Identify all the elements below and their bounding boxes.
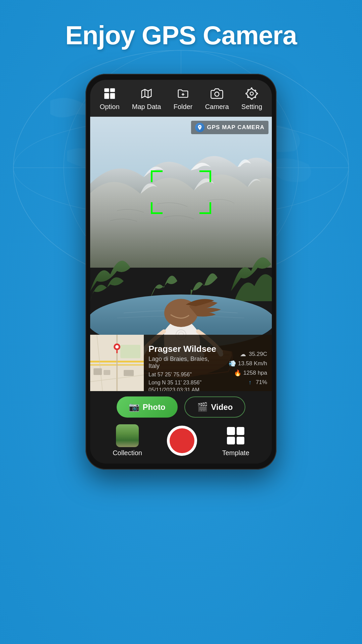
folder-icon — [176, 86, 190, 101]
photo-button[interactable]: 📷 Photo — [117, 396, 178, 418]
svg-rect-8 — [110, 93, 115, 99]
nav-camera[interactable]: Camera — [205, 86, 229, 111]
settings-icon — [244, 86, 259, 101]
template-button[interactable]: Template — [222, 424, 249, 457]
camera-icon — [209, 86, 224, 101]
nav-setting[interactable]: Setting — [241, 86, 262, 111]
template-icon — [224, 424, 247, 447]
reticle-bottom-left — [151, 202, 163, 214]
svg-point-14 — [250, 92, 253, 95]
humidity-item: ↑ 71% — [246, 379, 267, 386]
humidity-value: 71% — [256, 379, 267, 386]
capture-mode-buttons: 📷 Photo 🎬 Video — [90, 391, 272, 421]
template-cell-4 — [237, 437, 245, 445]
template-label: Template — [222, 449, 249, 457]
camera-viewfinder: GPS MAP CAMERA — [90, 117, 272, 402]
temperature-item: ☁ 35.29C — [239, 351, 267, 358]
focus-reticle — [151, 170, 211, 214]
layout-icon — [102, 86, 117, 101]
wind-icon: 💨 — [229, 360, 236, 367]
map-data-label: Map Data — [132, 103, 161, 111]
nav-option[interactable]: Option — [100, 86, 120, 111]
svg-point-13 — [215, 92, 219, 96]
location-name: Pragser Wildsee — [148, 344, 219, 354]
temperature-value: 35.29C — [249, 351, 267, 358]
cloud-icon: ☁ — [239, 351, 247, 358]
folder-label: Folder — [174, 103, 193, 111]
shutter-inner-circle — [170, 428, 194, 453]
collection-label: Collection — [113, 449, 142, 457]
reticle-top-right — [199, 170, 211, 182]
pressure-item: 🔥 1258 hpa — [234, 369, 267, 377]
nav-folder[interactable]: Folder — [174, 86, 193, 111]
wind-item: 💨 13.58 Km/h — [229, 360, 267, 367]
map-icon — [139, 86, 154, 101]
phone-screen: Option Map Data — [90, 80, 272, 464]
svg-rect-33 — [94, 368, 102, 375]
video-button[interactable]: 🎬 Video — [184, 396, 246, 418]
app-title: Enjoy GPS Camera — [0, 20, 362, 51]
photo-label: Photo — [143, 402, 166, 412]
collection-thumbnail — [116, 424, 139, 447]
bottom-actions: Collection Template — [90, 421, 272, 464]
template-cell-1 — [227, 427, 235, 435]
option-label: Option — [100, 103, 120, 111]
longitude: Long N 35 11' 23.856" — [148, 380, 219, 386]
svg-rect-5 — [104, 88, 109, 92]
svg-rect-32 — [120, 345, 140, 358]
humidity-icon: ↑ — [246, 379, 254, 386]
top-navigation: Option Map Data — [90, 80, 272, 117]
brand-text: GPS MAP CAMERA — [207, 124, 264, 131]
brand-icon — [195, 123, 204, 132]
gps-brand-badge: GPS MAP CAMERA — [191, 121, 268, 134]
wind-value: 13.58 Km/h — [238, 360, 267, 367]
template-cell-3 — [227, 437, 235, 445]
svg-rect-7 — [104, 93, 109, 99]
location-address: Lago di Braies, Braies, Italy — [148, 356, 219, 370]
pressure-value: 1258 hpa — [243, 370, 267, 376]
reticle-bottom-right — [199, 202, 211, 214]
phone-frame: Option Map Data — [85, 74, 277, 470]
collection-thumb-image — [116, 424, 139, 447]
camera-label: Camera — [205, 103, 229, 111]
svg-rect-35 — [124, 370, 134, 376]
pressure-icon: 🔥 — [234, 369, 241, 377]
svg-rect-34 — [104, 370, 110, 375]
bottom-bar: 📷 Photo 🎬 Video Collection — [90, 391, 272, 464]
camera-btn-icon: 📷 — [129, 402, 139, 412]
setting-label: Setting — [241, 103, 262, 111]
template-cell-2 — [237, 427, 245, 435]
collection-button[interactable]: Collection — [113, 424, 142, 457]
latitude: Lat 57 25' 75.956" — [148, 372, 219, 378]
svg-rect-6 — [110, 88, 115, 92]
reticle-top-left — [151, 170, 163, 182]
video-label: Video — [211, 402, 233, 412]
nav-map-data[interactable]: Map Data — [132, 86, 161, 111]
shutter-button[interactable] — [167, 426, 197, 456]
video-btn-icon: 🎬 — [197, 402, 208, 412]
svg-point-37 — [115, 345, 119, 348]
